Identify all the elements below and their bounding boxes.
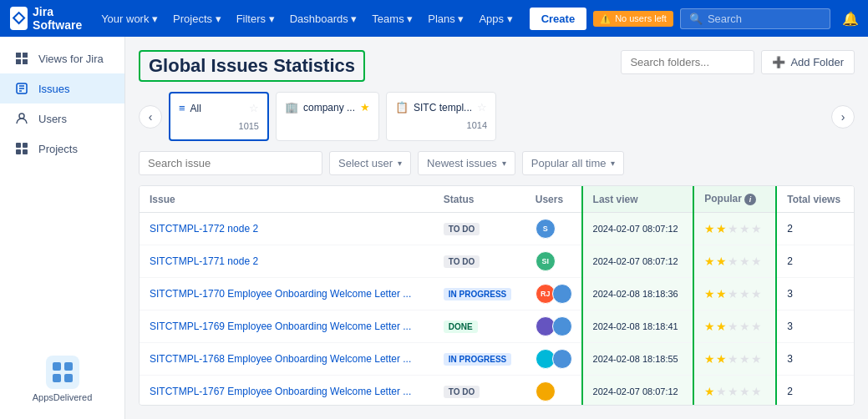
star-filled-2-0[interactable]: ★ xyxy=(704,287,715,300)
chevron-down-icon: ▾ xyxy=(611,159,615,168)
status-badge-5: TO DO xyxy=(444,386,480,398)
star-empty-0-2[interactable]: ★ xyxy=(728,222,739,235)
newest-label: Newest issues xyxy=(427,157,497,169)
star-filled-5-0[interactable]: ★ xyxy=(704,385,715,398)
card-1[interactable]: 🏢 company ... ★ xyxy=(276,92,379,141)
sidebar-item-projects[interactable]: Projects xyxy=(0,134,124,164)
search-issue-input[interactable] xyxy=(139,151,322,175)
newest-select[interactable]: Newest issues ▾ xyxy=(418,151,515,175)
table-row: SITCTMPL-1771 node 2TO DOSI2024-02-07 08… xyxy=(140,245,854,278)
status-badge-2: IN PROGRESS xyxy=(444,288,511,300)
next-arrow[interactable]: › xyxy=(831,105,855,129)
search-box[interactable]: 🔍 xyxy=(680,8,830,29)
issue-link-2[interactable]: SITCTMPL-1770 Employee Onboarding Welcom… xyxy=(150,288,417,300)
col-header-last-view: Last view xyxy=(582,186,694,213)
users-cell-5 xyxy=(525,376,582,406)
info-icon: i xyxy=(744,194,756,205)
sidebar-item-users[interactable]: Users xyxy=(0,103,124,134)
issue-link-4[interactable]: SITCTMPL-1768 Employee Onboarding Welcom… xyxy=(150,353,417,365)
search-input[interactable] xyxy=(708,13,816,25)
total-views-cell-0: 2 xyxy=(776,213,854,245)
star-empty-4-3[interactable]: ★ xyxy=(739,352,750,366)
star-filled-3-0[interactable]: ★ xyxy=(704,320,715,333)
star-filled-0-0[interactable]: ★ xyxy=(704,222,715,235)
star-empty-5-1[interactable]: ★ xyxy=(716,385,727,398)
col-header-total-views: Total views xyxy=(776,186,854,213)
nav-item-projects[interactable]: Projects ▾ xyxy=(166,9,228,28)
star-empty-1-3[interactable]: ★ xyxy=(739,255,750,268)
prev-arrow[interactable]: ‹ xyxy=(139,105,162,129)
last-view-cell-0: 2024-02-07 08:07:12 xyxy=(582,213,694,245)
star-filled-4-0[interactable]: ★ xyxy=(704,352,715,366)
card-2[interactable]: 📋 SITC templ... ☆ 1014 xyxy=(386,92,496,141)
issue-link-0[interactable]: SITCTMPL-1772 node 2 xyxy=(150,223,417,235)
card-count-0: 1015 xyxy=(179,121,259,131)
card-top-2: 📋 SITC templ... ☆ xyxy=(395,101,487,114)
star-empty-5-2[interactable]: ★ xyxy=(728,385,739,398)
card-icon-0: ≡ xyxy=(179,102,185,114)
star-filled-0-1[interactable]: ★ xyxy=(716,222,727,235)
card-0[interactable]: ≡ All ☆ 1015 xyxy=(169,92,269,141)
sidebar-projects-label: Projects xyxy=(38,143,78,155)
popular-cell-1: ★★★★★ xyxy=(693,245,776,278)
grid-icon xyxy=(13,50,30,67)
issue-link-3[interactable]: SITCTMPL-1769 Employee Onboarding Welcom… xyxy=(150,321,417,332)
nav-item-plans[interactable]: Plans ▾ xyxy=(421,9,470,28)
star-empty-2-2[interactable]: ★ xyxy=(728,287,739,300)
issue-cell-0: SITCTMPL-1772 node 2 xyxy=(140,213,434,245)
star-filled-3-1[interactable]: ★ xyxy=(716,320,727,333)
popular-select[interactable]: Popular all time ▾ xyxy=(522,151,625,175)
filters-row: Select user ▾ Newest issues ▾ Popular al… xyxy=(139,151,855,175)
user-avatar-2-1 xyxy=(552,284,572,304)
last-view-cell-1: 2024-02-07 08:07:12 xyxy=(582,245,694,278)
star-empty-5-3[interactable]: ★ xyxy=(739,385,750,398)
star-empty-2-4[interactable]: ★ xyxy=(751,287,762,300)
apps-delivered-logo[interactable]: AppsDelivered xyxy=(0,346,124,412)
star-empty-3-3[interactable]: ★ xyxy=(739,320,750,333)
main-layout: Views for Jira Issues Users Projects Ap xyxy=(0,37,868,419)
star-empty-1-4[interactable]: ★ xyxy=(751,255,762,268)
nav-item-apps[interactable]: Apps ▾ xyxy=(472,9,519,28)
search-icon: 🔍 xyxy=(689,13,703,25)
star-filled-4-1[interactable]: ★ xyxy=(716,352,727,366)
nav-item-dashboards[interactable]: Dashboards ▾ xyxy=(283,9,364,28)
issue-icon xyxy=(13,80,30,97)
star-empty-4-4[interactable]: ★ xyxy=(751,352,762,366)
star-empty-0-3[interactable]: ★ xyxy=(739,222,750,235)
nav-item-teams[interactable]: Teams ▾ xyxy=(365,9,419,28)
table-header: IssueStatusUsersLast viewPopulariTotal v… xyxy=(140,186,854,213)
notifications-button[interactable]: 🔔 xyxy=(837,5,864,32)
star-empty-3-2[interactable]: ★ xyxy=(728,320,739,333)
stars-3: ★★★★★ xyxy=(704,320,765,333)
star-empty-1-2[interactable]: ★ xyxy=(728,255,739,268)
star-empty-4-2[interactable]: ★ xyxy=(728,352,739,366)
app-logo[interactable]: Jira Software xyxy=(10,5,88,32)
user-avatar-1-0: SI xyxy=(536,251,556,271)
star-empty-3-4[interactable]: ★ xyxy=(751,320,762,333)
status-cell-5: TO DO xyxy=(434,376,525,406)
user-select[interactable]: Select user ▾ xyxy=(329,151,411,175)
star-empty-icon-0: ☆ xyxy=(249,102,259,114)
star-filled-2-1[interactable]: ★ xyxy=(716,287,727,300)
add-folder-label: Add Folder xyxy=(790,56,844,68)
sidebar-item-views[interactable]: Views for Jira xyxy=(0,43,124,73)
issue-link-5[interactable]: SITCTMPL-1767 Employee Onboarding Welcom… xyxy=(150,386,417,397)
issue-cell-5: SITCTMPL-1767 Employee Onboarding Welcom… xyxy=(140,376,434,406)
stars-5: ★★★★★ xyxy=(704,385,765,398)
total-views-cell-5: 2 xyxy=(776,376,854,406)
issue-link-1[interactable]: SITCTMPL-1771 node 2 xyxy=(150,255,417,267)
nav-item-your-work[interactable]: Your work ▾ xyxy=(94,9,165,28)
stars-0: ★★★★★ xyxy=(704,222,765,235)
nav-item-filters[interactable]: Filters ▾ xyxy=(230,9,282,28)
star-empty-2-3[interactable]: ★ xyxy=(739,287,750,300)
star-filled-1-0[interactable]: ★ xyxy=(704,255,715,268)
star-filled-1-1[interactable]: ★ xyxy=(716,255,727,268)
star-empty-5-4[interactable]: ★ xyxy=(751,385,762,398)
folder-search-input[interactable] xyxy=(621,50,754,74)
star-empty-0-4[interactable]: ★ xyxy=(751,222,762,235)
add-folder-button[interactable]: ➕ Add Folder xyxy=(761,50,855,74)
create-button[interactable]: Create xyxy=(530,8,586,30)
stars-1: ★★★★★ xyxy=(704,255,765,268)
sidebar-item-issues[interactable]: Issues xyxy=(0,73,124,103)
status-cell-0: TO DO xyxy=(434,213,525,245)
